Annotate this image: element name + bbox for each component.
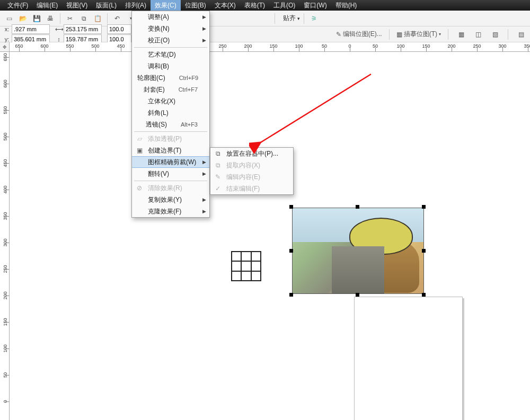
menu-table[interactable]: 表格(T) bbox=[240, 0, 269, 11]
selected-bitmap[interactable]: × bbox=[292, 208, 424, 294]
selection-handle[interactable] bbox=[422, 293, 426, 297]
menu-item: ✎编辑内容(E) bbox=[210, 171, 293, 183]
snap-dropdown[interactable]: 贴齐 ▾ bbox=[283, 14, 300, 23]
resample-icon[interactable]: ▦ bbox=[455, 29, 467, 40]
new-icon[interactable]: ▭ bbox=[3, 13, 15, 24]
separator bbox=[60, 13, 60, 24]
ruler-tick: 350 bbox=[524, 43, 530, 49]
crop-icon[interactable]: ◫ bbox=[472, 29, 484, 40]
menu-item[interactable]: 轮廓图(C)Ctrl+F9 bbox=[132, 72, 209, 84]
menu-item[interactable]: 变换(N)▶ bbox=[132, 23, 209, 34]
scale-x-input[interactable] bbox=[107, 24, 131, 34]
menu-item-label: 编辑内容(E) bbox=[226, 173, 281, 182]
effects-dropdown: 调整(A)▶变换(N)▶校正(O)▶艺术笔(D)调和(B)轮廓图(C)Ctrl+… bbox=[131, 11, 210, 218]
menu-bitmap[interactable]: 位图(B) bbox=[181, 0, 210, 11]
menu-item-label: 提取内容(X) bbox=[226, 161, 281, 170]
selection-handle[interactable] bbox=[422, 249, 426, 253]
menu-layout[interactable]: 版面(L) bbox=[92, 0, 121, 11]
menu-item-label: 透镜(S) bbox=[146, 120, 167, 129]
print-icon[interactable]: 🖶 bbox=[45, 13, 56, 24]
menu-bar: 文件(F) 编辑(E) 视图(V) 版面(L) 排列(A) 效果(C) 位图(B… bbox=[0, 0, 530, 11]
x-label: x: bbox=[3, 26, 11, 32]
menu-item-label: 立体化(X) bbox=[148, 97, 198, 106]
menu-view[interactable]: 视图(V) bbox=[62, 0, 92, 11]
selection-handle[interactable] bbox=[289, 293, 293, 297]
menu-tools[interactable]: 工具(O) bbox=[269, 0, 299, 11]
menu-item-label: 调和(B) bbox=[148, 62, 198, 71]
menu-item[interactable]: 图框精确剪裁(W)▶ bbox=[132, 156, 209, 168]
menu-text[interactable]: 文本(X) bbox=[210, 0, 240, 11]
menu-item-label: 克隆效果(F) bbox=[148, 207, 198, 216]
undo-icon[interactable]: ↶ bbox=[111, 13, 123, 24]
y-label: y: bbox=[3, 36, 11, 42]
width-input[interactable] bbox=[64, 24, 102, 34]
menu-item-label: 轮廓图(C) bbox=[137, 74, 165, 83]
menu-edit[interactable]: 编辑(E) bbox=[32, 0, 62, 11]
selection-handle[interactable] bbox=[289, 205, 293, 209]
menu-item[interactable]: 调和(B) bbox=[132, 60, 209, 72]
width-icon: ⟷ bbox=[55, 26, 63, 33]
menu-item[interactable]: 透镜(S)Alt+F3 bbox=[132, 119, 209, 130]
edit-bitmap-button[interactable]: ✎ 编辑位图(E)... bbox=[336, 30, 382, 39]
menu-item-icon: ⧉ bbox=[213, 162, 223, 169]
menu-item[interactable]: 艺术笔(D) bbox=[132, 49, 209, 60]
menu-window[interactable]: 窗口(W) bbox=[299, 0, 331, 11]
menu-item-label: 结束编辑(F) bbox=[226, 184, 281, 193]
selection-handle[interactable] bbox=[356, 293, 359, 297]
menu-item: ⊘清除效果(R) bbox=[132, 182, 209, 194]
x-position-input[interactable] bbox=[12, 24, 50, 34]
bitmap-mode-icon[interactable]: ▧ bbox=[489, 29, 501, 40]
vertical-ruler[interactable]: 650600550500450400350300250200150100500 bbox=[0, 52, 10, 420]
menu-help[interactable]: 帮助(H) bbox=[331, 0, 361, 11]
snap-arrow-icon: ▾ bbox=[297, 16, 300, 21]
menu-item[interactable]: 斜角(L) bbox=[132, 107, 209, 119]
separator bbox=[107, 13, 108, 24]
submenu-arrow-icon: ▶ bbox=[202, 209, 206, 214]
menu-item[interactable]: 立体化(X) bbox=[132, 95, 209, 107]
menu-item-icon: ⧉ bbox=[213, 150, 223, 157]
svg-line-0 bbox=[260, 74, 371, 143]
selection-handle[interactable] bbox=[422, 205, 426, 209]
height-icon: ↕ bbox=[55, 36, 63, 42]
submenu-arrow-icon: ▶ bbox=[202, 26, 206, 31]
menu-item-label: 封套(E) bbox=[144, 85, 165, 94]
trace-bitmap-button[interactable]: ▦ 描摹位图(T) ▾ bbox=[396, 30, 441, 39]
menu-item: ▱添加透视(P) bbox=[132, 133, 209, 145]
horizontal-ruler[interactable]: 6506005505004504003503002502001501005005… bbox=[10, 42, 530, 52]
menu-item-label: 校正(O) bbox=[148, 36, 198, 45]
menu-item[interactable]: 复制效果(Y)▶ bbox=[132, 194, 209, 205]
ruler-origin[interactable]: ✥ bbox=[0, 42, 10, 52]
separator bbox=[508, 29, 508, 40]
grid-object[interactable] bbox=[231, 251, 261, 281]
paste-icon[interactable]: 📋 bbox=[92, 13, 103, 24]
menu-arrange[interactable]: 排列(A) bbox=[121, 0, 151, 11]
menu-item-label: 复制效果(Y) bbox=[148, 195, 198, 204]
save-icon[interactable]: 💾 bbox=[31, 13, 42, 24]
trace-bitmap-icon: ▦ bbox=[396, 31, 402, 38]
selection-handle[interactable] bbox=[356, 205, 359, 209]
powerclip-submenu: ⧉放置在容器中(P)...⧉提取内容(X)✎编辑内容(E)✓结束编辑(F) bbox=[210, 147, 294, 195]
menu-item[interactable]: 翻转(V)▶ bbox=[132, 168, 209, 180]
open-icon[interactable]: 📂 bbox=[17, 13, 29, 24]
cut-icon[interactable]: ✂ bbox=[64, 13, 76, 24]
menu-item[interactable]: 克隆效果(F)▶ bbox=[132, 205, 209, 217]
menu-item-shortcut: Ctrl+F7 bbox=[179, 86, 198, 93]
menu-item-label: 斜角(L) bbox=[148, 109, 198, 118]
copy-icon[interactable]: ⧉ bbox=[78, 13, 90, 24]
menu-item[interactable]: ▣创建边界(T) bbox=[132, 145, 209, 156]
menu-item[interactable]: 调整(A)▶ bbox=[132, 11, 209, 23]
wrap-text-icon[interactable]: ▤ bbox=[515, 29, 527, 40]
photo-content bbox=[349, 218, 413, 255]
menu-item-label: 艺术笔(D) bbox=[148, 50, 198, 59]
options-icon[interactable]: ⚞ bbox=[308, 13, 320, 24]
menu-item[interactable]: 校正(O)▶ bbox=[132, 34, 209, 46]
property-bar: x: y: ⟷ ↕ ▲▼ % ▲▼ % 🔒 ✎ bbox=[0, 26, 530, 42]
submenu-arrow-icon: ▶ bbox=[202, 38, 206, 43]
submenu-arrow-icon: ▶ bbox=[202, 171, 206, 176]
menu-file[interactable]: 文件(F) bbox=[3, 0, 32, 11]
selection-handle[interactable] bbox=[289, 249, 293, 253]
menu-effects[interactable]: 效果(C) bbox=[151, 0, 181, 11]
annotation-arrow bbox=[249, 69, 382, 154]
menu-item[interactable]: 封套(E)Ctrl+F7 bbox=[132, 84, 209, 95]
menu-item-icon: ✎ bbox=[213, 173, 223, 181]
